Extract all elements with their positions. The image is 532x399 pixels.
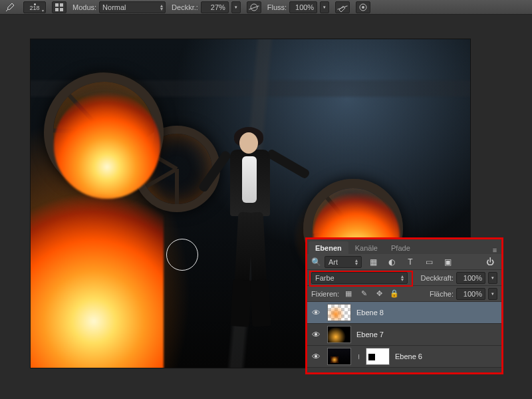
layer-opacity-input[interactable]: 100%: [456, 272, 485, 284]
brush-cursor-icon: [166, 239, 198, 271]
fill-input[interactable]: 100%: [456, 288, 485, 300]
tool-options-bar: 218 ▾ Modus: Normal ▴▾ Deckkr.: 27% ▾ Fl…: [0, 0, 532, 15]
layer-opacity-label: Deckkraft:: [420, 274, 454, 282]
flow-value: 100%: [295, 3, 314, 11]
layer-name[interactable]: Ebene 6: [395, 352, 422, 360]
blend-mode-select[interactable]: Normal ▴▾: [99, 1, 166, 13]
pressure-opacity-toggle[interactable]: [247, 1, 261, 13]
filter-kind-select[interactable]: Art ▴▾: [325, 256, 362, 268]
layer-name[interactable]: Ebene 8: [356, 309, 384, 317]
lock-label: Fixieren:: [311, 290, 339, 298]
filter-toggle-switch[interactable]: ⏻: [483, 256, 497, 268]
layer-filter-row: 🔍 Art ▴▾ ▦ ◐ T ▭ ▣ ⏻: [307, 254, 501, 270]
brush-tool-icon[interactable]: [3, 1, 17, 13]
filter-adjustment-icon[interactable]: ◐: [384, 256, 399, 268]
svg-rect-0: [55, 3, 59, 7]
visibility-icon[interactable]: 👁: [310, 352, 322, 362]
visibility-icon[interactable]: 👁: [310, 308, 322, 318]
search-kind-icon[interactable]: 🔍: [311, 256, 321, 268]
layer-blend-mode-value: Farbe: [315, 274, 334, 282]
filter-pixel-icon[interactable]: ▦: [366, 256, 380, 268]
brush-preset-chip[interactable]: 218 ▾: [23, 1, 46, 13]
lock-position-icon[interactable]: ✥: [373, 289, 385, 298]
layers-panel: Ebenen Kanäle Pfade ≡ 🔍 Art ▴▾ ▦ ◐ T ▭ ▣…: [307, 239, 501, 372]
airbrush-toggle[interactable]: [335, 1, 350, 13]
svg-point-4: [251, 4, 257, 11]
layer-mask-thumbnail[interactable]: [366, 348, 390, 365]
layer-row[interactable]: 👁 ⁞ Ebene 6: [307, 346, 501, 368]
tab-channels[interactable]: Kanäle: [348, 241, 384, 254]
filter-type-icon[interactable]: T: [403, 256, 418, 268]
tab-layers[interactable]: Ebenen: [309, 241, 348, 254]
opacity-label: Deckkr.:: [172, 3, 198, 11]
lock-all-icon[interactable]: 🔒: [388, 289, 400, 298]
lock-pixels-icon[interactable]: ✎: [358, 289, 370, 298]
svg-point-6: [362, 6, 364, 9]
flow-slider-toggle[interactable]: ▾: [320, 1, 329, 13]
svg-rect-1: [60, 3, 63, 7]
layer-thumbnail[interactable]: [327, 326, 351, 343]
layer-thumbnail[interactable]: [327, 348, 351, 365]
panel-tabs: Ebenen Kanäle Pfade ≡: [307, 239, 501, 254]
layer-opacity-slider-toggle[interactable]: ▾: [488, 272, 497, 284]
filter-shape-icon[interactable]: ▭: [422, 256, 436, 268]
fill-slider-toggle[interactable]: ▾: [488, 288, 497, 300]
layer-list: 👁 Ebene 8 👁 Ebene 7 👁 ⁞ Ebene 6: [307, 302, 501, 372]
layer-name[interactable]: Ebene 7: [356, 331, 384, 338]
svg-rect-2: [55, 8, 59, 11]
lock-row: Fixieren: ▦ ✎ ✥ 🔒 Fläche: 100% ▾: [307, 286, 501, 302]
panel-menu-icon[interactable]: ≡: [488, 246, 501, 254]
opacity-slider-toggle[interactable]: ▾: [231, 1, 241, 13]
flow-input[interactable]: 100%: [289, 1, 317, 13]
opacity-value: 27%: [211, 3, 225, 11]
layer-blend-mode-select[interactable]: Farbe ▴▾: [311, 272, 408, 284]
layer-row[interactable]: 👁 Ebene 8: [307, 302, 501, 324]
fill-label: Fläche:: [430, 290, 454, 298]
lock-transparency-icon[interactable]: ▦: [342, 289, 354, 298]
brush-panel-toggle[interactable]: [52, 1, 66, 13]
blend-mode-label: Modus:: [72, 3, 96, 11]
pressure-size-toggle[interactable]: [356, 1, 370, 13]
flow-label: Fluss:: [267, 3, 287, 11]
layer-row[interactable]: 👁 Ebene 7: [307, 324, 501, 346]
link-icon: ⁞: [356, 353, 360, 360]
filter-smart-icon[interactable]: ▣: [440, 256, 455, 268]
svg-rect-3: [60, 8, 63, 11]
blend-mode-value: Normal: [102, 3, 126, 11]
tab-paths[interactable]: Pfade: [384, 241, 417, 254]
blend-row: Farbe ▴▾ Deckkraft: 100% ▾: [307, 270, 501, 286]
opacity-input[interactable]: 27%: [201, 1, 229, 13]
layer-thumbnail[interactable]: [327, 304, 351, 321]
brush-size-value: 218: [29, 5, 39, 11]
visibility-icon[interactable]: 👁: [310, 330, 322, 340]
